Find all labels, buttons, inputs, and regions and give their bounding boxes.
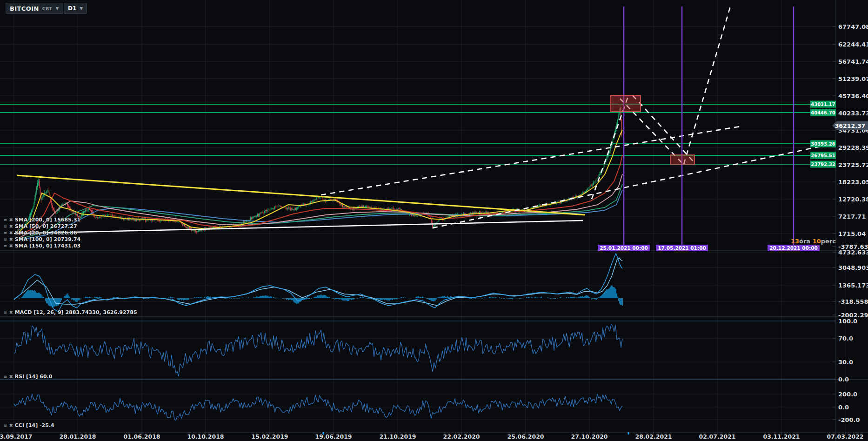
indicator-legend-row[interactable]: ≡✖SMA [150, 0] 17431.03 — [3, 243, 80, 249]
price-axis-label: 100.0 — [838, 318, 857, 325]
indicator-legend-row[interactable]: ≡✖RSI [14] 60.0 — [3, 374, 52, 380]
price-axis-label: -318.558 — [838, 298, 868, 305]
event-vertical-lines — [624, 7, 794, 245]
price-axis-label: 4732.633 — [838, 249, 868, 256]
indicator-settings-icon[interactable]: ≡ — [3, 374, 7, 380]
time-axis-label: 25.06.2020 — [507, 433, 544, 440]
timeframe-label: D1 — [68, 5, 76, 12]
indicator-legend-row[interactable]: ≡✖SMA [200, 0] 15685.31 — [3, 217, 80, 223]
time-axis-label: 23.09.2017 — [0, 433, 33, 440]
time-axis-label: 22.02.2020 — [443, 433, 480, 440]
price-axis-label: 51239.07 — [838, 75, 868, 82]
time-axis-label: 03.11.2021 — [763, 433, 800, 440]
price-axis-label: 29228.39 — [838, 144, 868, 151]
indicator-remove-icon[interactable]: ✖ — [9, 374, 13, 380]
time-axis-label: 01.06.2018 — [123, 433, 160, 440]
indicator-settings-icon[interactable]: ≡ — [3, 422, 7, 428]
price-axis-label: 62244.41 — [838, 41, 868, 48]
symbol-selector[interactable]: BITCOIN CRT ▼ — [6, 3, 63, 14]
timeframe-selector[interactable]: D1 ▼ — [64, 3, 87, 14]
rsi-pane — [14, 324, 622, 376]
bar-countdown: 13óra 10perc — [791, 238, 836, 245]
chevron-down-icon[interactable]: ▼ — [56, 6, 59, 11]
time-axis-label: 21.10.2019 — [379, 433, 416, 440]
countdown-hours-unit: óra — [799, 238, 810, 245]
price-axis-label: 56741.74 — [838, 58, 868, 65]
level-price-label[interactable]: 30393.26 — [810, 140, 836, 147]
indicator-remove-icon[interactable]: ✖ — [9, 309, 13, 315]
price-axis-label: 1715.04 — [838, 230, 866, 237]
indicator-settings-icon[interactable]: ≡ — [3, 309, 7, 315]
indicator-legend-row[interactable]: ≡✖CCI [14] -25.4 — [3, 422, 54, 428]
countdown-minutes-unit: perc — [821, 238, 836, 245]
symbol-type-label: CRT — [42, 6, 53, 11]
indicator-legend-row[interactable]: ≡✖SMA [50, 0] 26727.27 — [3, 223, 77, 229]
time-axis-label: 10.10.2018 — [187, 433, 224, 440]
level-price-label[interactable]: 23792.32 — [810, 161, 836, 168]
price-axis-label: 45736.40 — [838, 93, 868, 100]
price-axis-label: 0.0 — [838, 376, 849, 383]
countdown-minutes: 10 — [813, 238, 821, 245]
price-axis-label: 200.0 — [838, 391, 857, 398]
indicator-label: SMA [100, 0] 20739.74 — [15, 236, 80, 242]
indicator-remove-icon[interactable]: ✖ — [9, 422, 13, 428]
indicator-label: CCI [14] -25.4 — [15, 422, 54, 428]
dashed-projection-lines — [321, 7, 824, 228]
price-axis-label: 18223.05 — [838, 179, 868, 186]
level-price-label[interactable]: 43031.17 — [810, 101, 836, 108]
countdown-hours: 13 — [791, 238, 799, 245]
indicator-settings-icon[interactable]: ≡ — [3, 236, 7, 242]
time-axis-label: 27.10.2020 — [571, 433, 608, 440]
level-price-label[interactable]: 26795.51 — [810, 152, 836, 159]
event-date-label[interactable]: 20.12.2021 00:00 — [768, 245, 820, 251]
indicator-legend-row[interactable]: ≡✖MACD [12, 26, 9] 2883.74330, 3626.9278… — [3, 309, 137, 315]
indicator-label: SMA [200, 0] 15685.31 — [15, 217, 80, 223]
indicator-remove-icon[interactable]: ✖ — [9, 223, 13, 229]
indicator-label: SMA [150, 0] 17431.03 — [15, 243, 80, 249]
macd-pane — [13, 254, 622, 312]
time-axis-label: 19.06.2019 — [315, 433, 352, 440]
axis-frame — [0, 0, 868, 441]
indicator-settings-icon[interactable]: ≡ — [3, 223, 7, 229]
indicator-remove-icon[interactable]: ✖ — [9, 243, 13, 249]
trading-chart-app: BITCOIN CRT ▼ D1 ▼ 13óra 10perc 36212.37… — [0, 0, 868, 441]
sma-lines — [19, 130, 622, 240]
time-axis-label: 28.01.2018 — [59, 433, 96, 440]
price-axis-label: 70.0 — [838, 335, 853, 342]
time-axis-label: 07.03.2022 — [827, 433, 863, 440]
price-axis-label: 23725.72 — [838, 161, 868, 168]
indicator-label: RSI [14] 60.0 — [15, 374, 53, 380]
current-price-tag: 36212.37 — [832, 121, 868, 130]
price-axis-label: 40233.73 — [838, 110, 868, 117]
time-axis-label: 02.07.2021 — [699, 433, 735, 440]
indicator-remove-icon[interactable]: ✖ — [9, 230, 13, 236]
symbol-name: BITCOIN — [10, 5, 39, 12]
chart-canvas[interactable] — [0, 0, 868, 441]
price-axis-label: 1365.173 — [838, 282, 868, 289]
indicator-legend-row[interactable]: ≡✖SMA [100, 0] 20739.74 — [3, 236, 80, 242]
time-axis-label: 28.02.2021 — [635, 433, 672, 440]
chevron-down-icon[interactable]: ▼ — [80, 6, 83, 11]
price-axis-label: -200.0 — [838, 416, 860, 423]
indicator-label: SMA [50, 0] 26727.27 — [15, 223, 77, 229]
indicator-legend-row[interactable]: ≡✖SMA [20, 0] 34826.86 — [3, 230, 77, 236]
indicator-settings-icon[interactable]: ≡ — [3, 243, 7, 249]
indicator-settings-icon[interactable]: ≡ — [3, 217, 7, 223]
indicator-label: SMA [20, 0] 34826.86 — [15, 230, 77, 236]
indicator-remove-icon[interactable]: ✖ — [9, 217, 13, 223]
time-axis-label: 15.02.2019 — [251, 433, 288, 440]
event-date-label[interactable]: 17.05.2021 01:00 — [656, 245, 708, 251]
indicator-remove-icon[interactable]: ✖ — [9, 236, 13, 242]
price-axis-label: 30.0 — [838, 359, 853, 366]
level-price-label[interactable]: 40446.70 — [810, 109, 836, 116]
price-axis-label: 3048.903 — [838, 264, 868, 271]
event-date-label[interactable]: 25.01.2021 00:00 — [598, 245, 650, 251]
indicator-settings-icon[interactable]: ≡ — [3, 230, 7, 236]
price-axis-label: 67747.08 — [838, 23, 868, 30]
price-axis-label: 0.0 — [838, 404, 849, 411]
price-axis-label: 7217.71 — [838, 213, 866, 220]
price-axis-label: 12720.38 — [838, 196, 868, 203]
indicator-label: MACD [12, 26, 9] 2883.74330, 3626.92785 — [15, 309, 137, 315]
trend-lines — [14, 175, 585, 234]
